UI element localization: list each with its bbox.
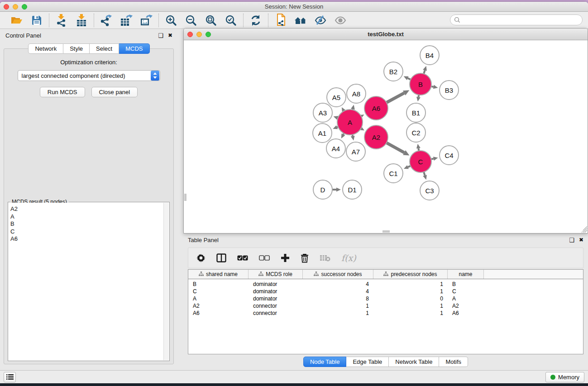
graph-edge[interactable] — [424, 70, 425, 74]
table-cell[interactable]: 1 — [303, 303, 373, 309]
tab-style[interactable]: Style — [63, 43, 90, 54]
table-cell[interactable]: 1 — [373, 303, 448, 309]
close-window-button[interactable] — [4, 4, 9, 10]
column-header-name[interactable]: name — [448, 270, 484, 279]
table-cell[interactable]: C — [448, 288, 484, 295]
table-cell[interactable]: B — [188, 281, 249, 287]
table-row[interactable]: Adominator80A — [188, 295, 583, 302]
network-minimize-button[interactable] — [196, 32, 202, 37]
table-cell[interactable]: 1 — [373, 281, 448, 287]
search-input[interactable] — [463, 17, 582, 23]
new-network-from-selection-icon[interactable] — [274, 14, 287, 27]
network-zoom-button[interactable] — [206, 32, 211, 37]
open-session-icon[interactable] — [10, 14, 24, 27]
task-history-button[interactable] — [4, 372, 16, 382]
canvas-vscroll-stub[interactable] — [184, 194, 186, 201]
mcds-result-item[interactable]: A — [10, 213, 162, 221]
mcds-result-item[interactable]: B — [10, 220, 162, 228]
table-cell[interactable]: A — [188, 295, 249, 302]
table-cell[interactable]: 0 — [373, 295, 448, 302]
zoom-fit-icon[interactable] — [204, 14, 218, 27]
float-panel-icon[interactable]: ❑ — [158, 33, 163, 38]
table-cell[interactable]: connector — [249, 303, 303, 309]
graph-edge[interactable] — [424, 172, 425, 176]
minimize-window-button[interactable] — [13, 4, 18, 10]
table-cell[interactable]: connector — [249, 310, 303, 316]
table-row[interactable]: Bdominator41B — [188, 281, 583, 288]
tab-network-table[interactable]: Network Table — [389, 357, 439, 367]
mcds-result-item[interactable]: A6 — [10, 235, 162, 243]
column-header-shared-name[interactable]: shared name — [188, 270, 249, 279]
column-header-MCDS-role[interactable]: MCDS role — [249, 270, 303, 279]
zoom-in-icon[interactable] — [164, 14, 178, 27]
table-cell[interactable]: A6 — [188, 310, 249, 316]
import-network-icon[interactable] — [55, 14, 68, 27]
delete-table-icon[interactable] — [320, 254, 330, 262]
criterion-select[interactable]: largest connected component (directed) — [18, 70, 160, 81]
table-cell[interactable]: B — [448, 281, 484, 287]
table-row[interactable]: Cdominator41C — [188, 288, 583, 295]
save-session-icon[interactable] — [30, 14, 43, 27]
table-cell[interactable]: dominator — [249, 295, 303, 302]
table-cell[interactable]: 1 — [303, 310, 373, 316]
zoom-window-button[interactable] — [22, 4, 27, 10]
tab-node-table[interactable]: Node Table — [303, 357, 347, 367]
graph-edge[interactable] — [387, 93, 404, 103]
mcds-result-list[interactable]: A2ABCA6 — [9, 203, 163, 360]
table-row[interactable]: A2connector11A2 — [188, 302, 583, 310]
run-mcds-button[interactable]: Run MCDS — [40, 87, 85, 97]
table-cell[interactable]: 4 — [303, 288, 373, 295]
table-cell[interactable]: A6 — [448, 310, 484, 316]
table-cell[interactable]: dominator — [249, 281, 303, 287]
network-close-button[interactable] — [187, 32, 193, 37]
mcds-result-item[interactable]: C — [10, 228, 162, 236]
export-network-icon[interactable] — [100, 14, 113, 27]
table-settings-gear-icon[interactable] — [196, 253, 206, 262]
close-panel-icon[interactable]: ✖ — [168, 33, 172, 38]
select-all-columns-icon[interactable] — [237, 255, 248, 261]
function-builder-icon[interactable]: f(x) — [341, 253, 356, 263]
show-all-icon[interactable] — [334, 14, 347, 27]
zoom-selected-icon[interactable] — [224, 14, 238, 27]
table-cell[interactable]: 8 — [303, 295, 373, 302]
float-table-panel-icon[interactable]: ❑ — [569, 237, 574, 243]
import-table-icon[interactable] — [75, 14, 88, 27]
table-cell[interactable]: C — [188, 288, 249, 295]
zoom-out-icon[interactable] — [184, 14, 198, 27]
close-panel-button[interactable]: Close panel — [91, 87, 138, 97]
table-cell[interactable]: A2 — [448, 303, 484, 309]
graph-edge[interactable] — [408, 78, 411, 80]
refresh-layout-icon[interactable] — [249, 14, 263, 27]
delete-columns-icon[interactable] — [301, 253, 309, 263]
tab-network[interactable]: Network — [28, 43, 63, 54]
unselect-all-columns-icon[interactable] — [259, 255, 270, 261]
table-cell[interactable]: 1 — [373, 310, 448, 316]
mcds-result-scrollbar[interactable] — [163, 203, 169, 360]
search-field[interactable] — [450, 14, 583, 25]
table-cell[interactable]: A — [448, 295, 484, 302]
tab-select[interactable]: Select — [90, 43, 119, 54]
tab-motifs[interactable]: Motifs — [439, 357, 468, 367]
network-canvas[interactable]: B4B2BB3A8A5A6B1A3AA1C2A2A4A7C4CC1C3DD1 — [184, 41, 587, 233]
close-table-panel-icon[interactable]: ✖ — [579, 237, 583, 243]
column-header-predecessor-nodes[interactable]: predecessor nodes — [373, 270, 448, 279]
canvas-hscroll-stub[interactable] — [382, 230, 390, 233]
hide-selected-icon[interactable] — [314, 14, 327, 27]
table-cell[interactable]: 1 — [373, 288, 448, 295]
table-cell[interactable]: A2 — [188, 303, 249, 309]
resize-grip-icon[interactable] — [581, 226, 587, 233]
tab-edge-table[interactable]: Edge Table — [346, 357, 389, 367]
export-table-icon[interactable] — [120, 14, 133, 27]
first-neighbors-icon[interactable] — [294, 14, 307, 27]
graph-edge[interactable] — [387, 143, 404, 153]
network-graph[interactable]: B4B2BB3A8A5A6B1A3AA1C2A2A4A7C4CC1C3DD1 — [184, 41, 587, 233]
table-cell[interactable]: dominator — [249, 288, 303, 295]
tab-mcds[interactable]: MCDS — [119, 43, 149, 54]
column-header-successor-nodes[interactable]: successor nodes — [303, 270, 373, 279]
show-column-panel-icon[interactable] — [216, 253, 226, 262]
create-column-icon[interactable] — [281, 253, 290, 262]
table-row[interactable]: A6connector11A6 — [188, 310, 583, 317]
network-window-titlebar[interactable]: testGlobe.txt — [184, 29, 588, 40]
table-cell[interactable]: 4 — [303, 281, 373, 287]
mcds-result-item[interactable]: A2 — [10, 205, 162, 213]
